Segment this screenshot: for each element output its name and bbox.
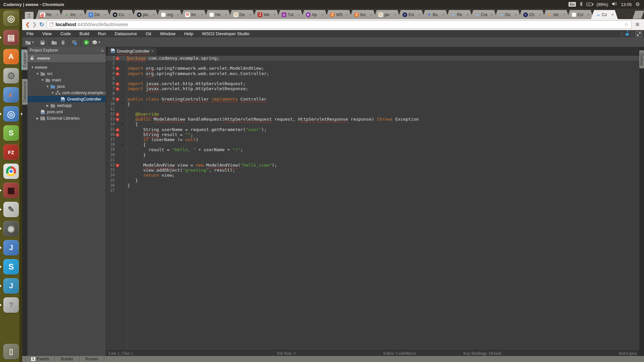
menu-run[interactable]: Run	[94, 30, 110, 38]
tab-close-icon[interactable]: ×	[249, 13, 252, 16]
back-button[interactable]: ❮	[25, 21, 30, 27]
editor-tab-close-icon[interactable]: ×	[151, 49, 154, 54]
panel-tab-events[interactable]: 1Events	[25, 356, 55, 362]
tab-close-icon[interactable]: ×	[273, 13, 276, 16]
clock[interactable]: 13:05	[621, 2, 632, 7]
menu-window[interactable]: Window	[156, 30, 180, 38]
save-button[interactable]	[38, 39, 47, 47]
error-icon[interactable]: ✕	[116, 113, 119, 116]
tab-close-icon[interactable]: ×	[587, 13, 590, 16]
tree-expander-icon[interactable]: ▼	[30, 66, 35, 69]
fold-toggle-icon[interactable]: ▼	[120, 122, 125, 127]
launcher-chrome-icon[interactable]	[3, 164, 19, 179]
session-gear-icon[interactable]: ⚙	[636, 1, 640, 7]
launcher-intellij-idea-icon[interactable]: J	[3, 240, 19, 255]
menu-view[interactable]: View	[38, 30, 56, 38]
fold-toggle-icon[interactable]: ▼	[120, 142, 125, 147]
panel-tab-runner[interactable]: Runner	[79, 356, 104, 362]
tab-close-icon[interactable]: ×	[394, 13, 396, 16]
error-icon[interactable]: ✕	[116, 57, 119, 60]
error-icon[interactable]: ✕	[116, 118, 119, 121]
delete-button[interactable]	[59, 39, 67, 47]
launcher-terminator-icon[interactable]: ▦	[3, 183, 19, 198]
browser-tab[interactable]: Ecl×	[567, 10, 594, 19]
address-bar[interactable]: localhost:44350/ws/default/eweee ☆	[47, 20, 632, 29]
forward-button[interactable]: ❯	[33, 21, 37, 27]
reload-button[interactable]: ↻	[39, 21, 44, 28]
tab-close-icon[interactable]: ×	[611, 13, 614, 16]
tab-close-icon[interactable]: ×	[177, 13, 179, 16]
browser-tab[interactable]: M90+Re×	[36, 10, 62, 19]
browser-tab[interactable]: ✳Bu×	[422, 10, 449, 19]
tab-close-icon[interactable]: ×	[442, 13, 445, 16]
launcher-skype-icon[interactable]: S	[3, 259, 19, 275]
tab-close-icon[interactable]: ×	[104, 13, 107, 16]
bookmark-star-icon[interactable]: ☆	[624, 21, 628, 27]
fullscreen-toggle-icon[interactable]	[636, 31, 642, 37]
tab-outline[interactable]: Outline	[639, 50, 644, 68]
tree-item-external-libraries[interactable]: ▶External Libraries	[28, 115, 106, 121]
deploy-button[interactable]: ▼	[91, 39, 102, 47]
browser-tab[interactable]: ➤Ap×	[301, 10, 328, 19]
tab-close-icon[interactable]: ×	[418, 13, 421, 16]
browser-tab[interactable]: ≡Ecl×	[398, 10, 425, 19]
tree-item-greetingcontroller[interactable]: GreetingController	[28, 96, 106, 102]
tree-item-java[interactable]: ▼java	[28, 83, 106, 89]
error-icon[interactable]: ✕	[116, 164, 119, 167]
launcher-swirl-app-icon[interactable]: ◐	[3, 87, 19, 103]
tab-close-icon[interactable]: ×	[201, 13, 203, 16]
keyboard-indicator[interactable]: En	[569, 2, 576, 7]
launcher-text-editor-icon[interactable]: ✎	[3, 202, 19, 217]
error-icon[interactable]: ✕	[116, 128, 119, 132]
tab-close-icon[interactable]: ×	[515, 13, 517, 16]
menu-code[interactable]: Code	[56, 30, 75, 38]
tab-close-icon[interactable]: ×	[153, 13, 155, 16]
browser-tab[interactable]: He×	[205, 10, 231, 19]
new-tab-button[interactable]	[633, 11, 644, 19]
browser-tab[interactable]: ✎jav×	[374, 10, 400, 19]
tree-expander-icon[interactable]: ▼	[45, 85, 50, 88]
browser-tab[interactable]: ☁Do×	[494, 10, 521, 19]
tree-item-src[interactable]: ▼src	[28, 70, 106, 77]
menu-build[interactable]: Build	[75, 30, 94, 38]
launcher-system-settings-icon[interactable]: ⚙	[3, 68, 19, 83]
error-icon[interactable]: ✕	[116, 67, 119, 70]
browser-tab[interactable]: org×	[156, 10, 183, 19]
launcher-media-player-icon[interactable]: ◉	[3, 221, 19, 236]
tree-item-main[interactable]: ▼main	[28, 77, 106, 83]
collapse-panel-button[interactable]: «	[101, 48, 104, 53]
menu-git[interactable]: Git	[141, 30, 156, 38]
new-project-button[interactable]: ▼	[24, 39, 35, 47]
browser-tab[interactable]: 2Ins×	[350, 10, 376, 19]
bluetooth-icon[interactable]	[580, 2, 583, 7]
launcher-software-center-icon[interactable]: A	[3, 49, 19, 64]
browser-tab[interactable]: ◇Tut×	[277, 10, 304, 19]
volume-icon[interactable]	[612, 2, 617, 7]
tab-close-icon[interactable]: ×	[346, 13, 348, 16]
tree-item-com-codenvy-example-sp[interactable]: ▼com.codenvy.example.sp	[28, 89, 106, 96]
error-icon[interactable]: ✕	[116, 87, 119, 91]
launcher-files-icon[interactable]: ▤	[3, 30, 19, 45]
browser-tab[interactable]: ≡De×	[84, 10, 111, 19]
browser-tab[interactable]: ●plu×	[132, 10, 159, 19]
browser-tab[interactable]: 2WS×	[325, 10, 352, 19]
launcher-shutter-icon[interactable]: S	[3, 125, 19, 141]
tab-close-icon[interactable]: ×	[80, 13, 83, 16]
error-icon[interactable]: ✕	[116, 72, 119, 76]
tab-close-icon[interactable]: ×	[128, 13, 131, 16]
launcher-filezilla-icon[interactable]: FZ	[3, 144, 19, 160]
error-icon[interactable]: ✕	[116, 82, 119, 86]
panel-tab-builder[interactable]: Builder	[55, 356, 79, 362]
menu-wso2-developer-studio[interactable]: WSO2 Developer Studio	[198, 30, 254, 38]
menu-datasource[interactable]: Datasource	[110, 30, 141, 38]
error-icon[interactable]: ✕	[116, 133, 119, 137]
browser-tab[interactable]: ☁Co×	[591, 10, 618, 19]
tab-close-icon[interactable]: ×	[322, 13, 324, 16]
launcher-intellij-idea-2-icon[interactable]: J	[3, 278, 19, 294]
tab-close-icon[interactable]: ×	[225, 13, 227, 16]
tab-explorer[interactable]: Explorer	[22, 50, 28, 70]
run-button[interactable]	[82, 39, 91, 47]
tree-expander-icon[interactable]: ▶	[45, 104, 50, 107]
tab-close-icon[interactable]: ×	[539, 13, 541, 16]
error-icon[interactable]: ✕	[116, 98, 119, 101]
